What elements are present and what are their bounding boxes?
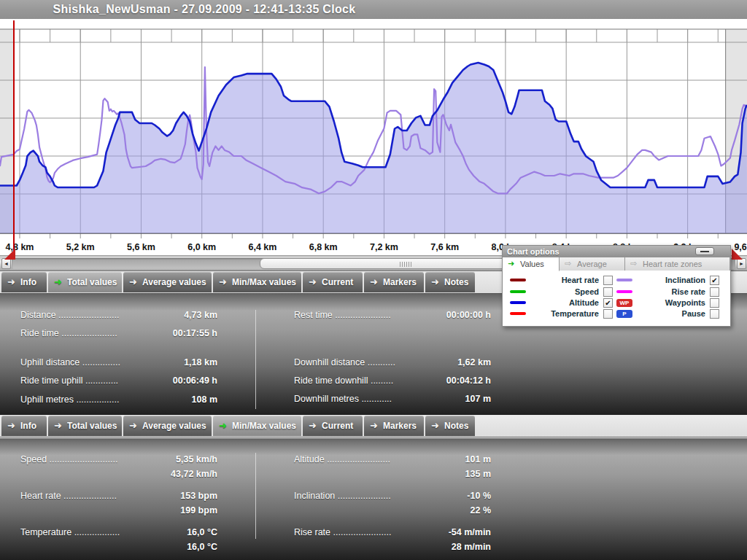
stat-label: Downhill metres ............ <box>294 394 392 404</box>
stat-label: Uphill metres ................. <box>20 394 119 405</box>
legend-row: PPause <box>503 309 732 319</box>
lower-tab-total-values[interactable]: ➜Total values <box>48 416 122 436</box>
upper-tab-total-values[interactable]: ➜Total values <box>48 272 122 292</box>
tab-arrow-icon: ➜ <box>431 416 439 436</box>
tab-label: Average <box>577 257 623 271</box>
app-window: Shishka_NewUsman - 27.09.2009 - 12:41-13… <box>0 0 747 560</box>
stat-row: Rise rate .......................-54 m/m… <box>294 527 491 540</box>
legend-row: WPWaypoints <box>503 298 732 308</box>
stat-label: Ride time uphill ............. <box>20 376 118 386</box>
stat-value: 00:06:49 h <box>173 376 217 386</box>
track-chart[interactable]: 4,8 km5,2 km5,6 km6,0 km6,4 km6,8 km7,2 … <box>0 19 747 255</box>
tab-label: Notes <box>444 272 472 292</box>
rise-rate-checkbox[interactable] <box>710 287 719 297</box>
lower-tab-markers[interactable]: ➜Markers <box>364 416 424 436</box>
track-end-marker-icon[interactable] <box>732 249 743 260</box>
stat-label: Inclination ..................... <box>294 491 391 501</box>
upper-tab-current[interactable]: ➜Current <box>303 272 363 292</box>
legend-label: Inclination <box>635 276 705 285</box>
stat-label: Rest time ...................... <box>294 310 391 320</box>
stat-value: 1,62 km <box>457 357 491 368</box>
stat-label: Speed ........................... <box>20 454 117 464</box>
lower-tab-current[interactable]: ➜Current <box>303 416 363 436</box>
pause-badge-icon: P <box>616 310 632 318</box>
tab-arrow-icon: ➜ <box>309 272 317 292</box>
lower-tab-average-values[interactable]: ➜Average values <box>123 416 212 436</box>
upper-tab-notes[interactable]: ➜Notes <box>425 272 475 292</box>
tab-arrow-icon: ➜ <box>431 272 439 292</box>
tab-arrow-icon: ➜ <box>219 416 227 436</box>
chart-options-title-bar[interactable]: Chart options <box>503 246 730 257</box>
tab-label: Markers <box>383 272 421 292</box>
chart-options-title: Chart options <box>507 246 560 257</box>
waypoints-checkbox[interactable] <box>710 298 719 308</box>
column-divider <box>255 453 256 539</box>
legend-label: Pause <box>635 309 705 319</box>
stat-label: Rise rate ....................... <box>294 527 391 537</box>
minimize-icon <box>700 251 709 252</box>
stat-label: Altitude ......................... <box>294 454 390 464</box>
stat-value: 28 m/min <box>452 542 491 552</box>
stat-label: Temperature .................. <box>20 527 120 537</box>
stat-row: Speed ...........................5,35 km… <box>20 454 217 467</box>
minimize-button[interactable] <box>695 247 714 255</box>
track-start-marker-icon[interactable] <box>4 249 15 260</box>
stat-value: 1,18 km <box>184 357 217 368</box>
x-axis-label: 7,2 km <box>370 242 398 252</box>
chart-options-tab-values[interactable]: ➜Values <box>503 257 560 271</box>
stat-row: Temperature ..................16,0 °C <box>20 527 217 540</box>
tab-label: Values <box>520 257 557 271</box>
tab-label: Total values <box>67 272 119 292</box>
lower-tab-notes[interactable]: ➜Notes <box>425 416 475 436</box>
upper-tab-info[interactable]: ➜Info <box>1 272 47 292</box>
stat-value: 101 m <box>465 454 491 464</box>
chart-options-tabs: ➜Values⇨Average⇨Heart rate zones <box>503 257 730 271</box>
tab-label: Notes <box>444 416 472 436</box>
pause-checkbox[interactable] <box>710 309 719 319</box>
stat-value: 5,35 km/h <box>176 454 217 464</box>
chart-canvas[interactable]: 4,8 km5,2 km5,6 km6,0 km6,4 km6,8 km7,2 … <box>0 19 747 255</box>
tab-label: Total values <box>67 416 119 436</box>
tab-arrow-icon: ➜ <box>508 257 514 271</box>
chart-options-tab-heart-rate-zones[interactable]: ⇨Heart rate zones <box>625 257 730 271</box>
upper-tab-average-values[interactable]: ➜Average values <box>123 272 212 292</box>
tab-label: Heart rate zones <box>643 257 728 271</box>
tab-label: Average values <box>142 416 209 436</box>
stat-label: Downhill distance ........... <box>294 357 395 368</box>
column-divider <box>255 310 256 409</box>
stat-row: Rest time ......................00:00:00… <box>294 310 491 322</box>
tab-arrow-icon: ➜ <box>370 272 378 292</box>
stat-row: 199 bpm <box>20 505 217 518</box>
chart-options-tab-average[interactable]: ⇨Average <box>560 257 625 271</box>
upper-tab-min-max-values[interactable]: ➜Min/Max values <box>213 272 301 292</box>
chart-cursor-line[interactable] <box>13 20 15 257</box>
tab-arrow-icon: ➜ <box>309 416 317 436</box>
stat-row: 22 % <box>294 505 491 518</box>
stat-value: 4,73 km <box>184 310 217 320</box>
stat-row: 43,72 km/h <box>20 469 217 481</box>
tab-arrow-icon: ➜ <box>7 416 15 436</box>
lower-tab-info[interactable]: ➜Info <box>1 416 47 436</box>
stat-value: 108 m <box>192 394 217 405</box>
window-title: Shishka_NewUsman - 27.09.2009 - 12:41-13… <box>0 0 409 19</box>
scroll-left-button[interactable]: ◄ <box>1 258 11 269</box>
tab-arrow-icon: ➜ <box>370 416 378 436</box>
stat-row: Uphill distance ...............1,18 km <box>20 357 217 370</box>
stat-row: Heart rate .....................153 bpm <box>20 491 217 503</box>
upper-tab-markers[interactable]: ➜Markers <box>364 272 424 292</box>
tab-label: Min/Max values <box>232 272 298 292</box>
stat-row: Inclination .....................-10 % <box>294 491 491 503</box>
legend-label: Waypoints <box>635 298 705 308</box>
scrollbar-grip-icon <box>400 262 411 267</box>
stat-value: 107 m <box>465 394 491 404</box>
x-axis-label: 6,0 km <box>187 242 216 252</box>
tab-label: Markers <box>383 416 421 436</box>
tab-label: Min/Max values <box>232 416 298 436</box>
inclination-color-swatch <box>616 279 632 281</box>
lower-tab-min-max-values[interactable]: ➜Min/Max values <box>213 416 301 436</box>
inclination-checkbox[interactable]: ✔ <box>710 276 719 285</box>
tab-row-lower: ➜Info➜Total values➜Average values➜Min/Ma… <box>0 415 747 438</box>
scroll-right-button[interactable]: ► <box>737 258 746 269</box>
stat-row: Altitude .........................101 m <box>294 454 491 467</box>
tab-label: Average values <box>142 272 209 292</box>
